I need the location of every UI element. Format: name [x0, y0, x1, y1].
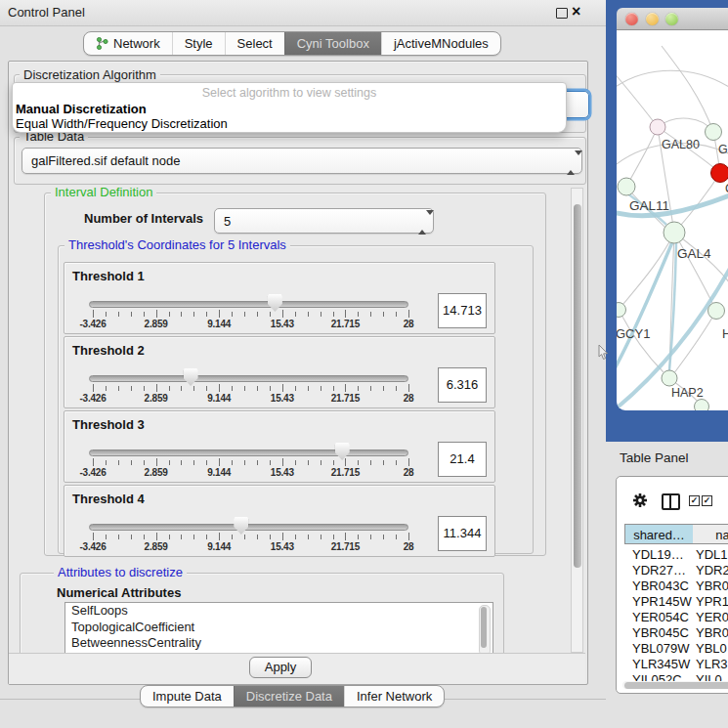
node-gcy1[interactable] [617, 303, 626, 318]
apply-button[interactable]: Apply [249, 657, 312, 678]
table-column-header-name[interactable]: na [693, 524, 728, 544]
network-canvas[interactable]: GAL80GACGAL11GAL4GCY1HHAP2 [617, 30, 728, 410]
major-tick [219, 533, 220, 540]
minor-tick [244, 460, 245, 465]
threshold-value-field[interactable]: 14.713 [438, 293, 487, 328]
settings-scroll-viewport: Interval Definition Number of Intervals … [14, 188, 570, 653]
table-row[interactable]: YPR145WYPR1 [624, 594, 728, 610]
table-row[interactable]: YBL079WYBL0 [624, 641, 728, 657]
tab-jactivemnodules[interactable]: jActiveMNodules [381, 32, 500, 55]
dropdown-item-equal-width[interactable]: Equal Width/Frequency Discretization [16, 116, 228, 131]
dropdown-placeholder-item[interactable]: Select algorithm to view settings [13, 86, 566, 100]
mac-close-button[interactable] [625, 13, 638, 25]
list-item[interactable]: SelfLoops [65, 603, 492, 620]
tab-select[interactable]: Select [225, 32, 284, 55]
network-icon [96, 37, 108, 50]
major-tick [219, 458, 220, 466]
cell-shared-name: YBL079W [632, 641, 690, 656]
major-tick [156, 310, 157, 318]
main-vertical-scrollbar[interactable] [571, 188, 583, 653]
node-gal80[interactable] [650, 119, 665, 135]
bottom-tab-infer-network[interactable]: Infer Network [344, 686, 444, 707]
threshold-value-field[interactable]: 6.316 [438, 367, 487, 403]
cell-name: YLR3 [696, 657, 728, 671]
table-row[interactable]: YBR043CYBR0 [624, 578, 728, 594]
table-row[interactable]: YLR345WYLR3 [624, 657, 728, 672]
list-item[interactable]: TopologicalCoefficient [65, 620, 492, 636]
minor-tick [169, 460, 170, 465]
slider-thumb[interactable] [234, 517, 248, 535]
checkbox-icon[interactable]: ✓ [702, 495, 712, 506]
slider-track[interactable] [89, 450, 408, 456]
node-label: GCY1 [617, 326, 650, 341]
list-scrollbar[interactable] [479, 605, 491, 653]
tick-label: 2.859 [145, 319, 168, 329]
tab-style[interactable]: Style [172, 32, 225, 55]
mac-minimize-button[interactable] [646, 13, 659, 25]
minor-tick [118, 312, 119, 317]
node-top-right[interactable] [706, 124, 722, 141]
float-window-icon[interactable] [556, 8, 568, 19]
dropdown-item-manual-discretization[interactable]: Manual Discretization [16, 102, 147, 116]
minor-tick [383, 386, 384, 391]
number-of-intervals-spinner[interactable]: 5 [214, 208, 434, 234]
node-bottom[interactable] [695, 400, 709, 411]
algorithm-group-title: Discretization Algorithm [20, 68, 160, 82]
table-column-header-shared[interactable]: shared… [624, 524, 694, 544]
minor-tick [308, 386, 309, 391]
slider-thumb[interactable] [268, 294, 282, 312]
minor-tick [358, 386, 359, 391]
table-row[interactable]: YDL19…YDL1 [624, 547, 728, 563]
mac-zoom-button[interactable] [665, 13, 678, 25]
slider-thumb[interactable] [184, 368, 198, 386]
slider-track[interactable] [89, 375, 408, 382]
threshold-panel-2: Threshold 2-3.4262.8599.14415.4321.71528… [64, 336, 495, 408]
checkbox-icon[interactable]: ✓ [689, 495, 700, 506]
spinner-arrows-icon[interactable] [418, 215, 426, 227]
mouse-cursor [598, 345, 609, 361]
major-tick [408, 533, 409, 540]
cell-name: YPR1 [696, 594, 728, 609]
tab-cyni-toolbox[interactable]: Cyni Toolbox [284, 32, 381, 55]
column-layout-icon[interactable] [662, 493, 680, 510]
tab-network[interactable]: Network [84, 32, 172, 55]
table-row[interactable]: YDR27…YDR2 [624, 563, 728, 578]
node-right[interactable] [708, 303, 725, 320]
attributes-group-title: Attributes to discretize [54, 566, 187, 579]
cell-name: YBR0 [696, 625, 728, 640]
network-window-titlebar [617, 8, 728, 30]
node-gal11[interactable] [618, 178, 635, 195]
bottom-tab-impute-data[interactable]: Impute Data [141, 686, 234, 707]
close-icon[interactable]: × [572, 2, 580, 21]
slider-track[interactable] [89, 301, 408, 308]
table-row[interactable]: YER054CYER0 [624, 610, 728, 625]
slider-track[interactable] [89, 524, 408, 531]
major-tick [156, 384, 157, 392]
spinner-arrows-icon[interactable] [567, 155, 575, 167]
bottom-tab-discretize-data[interactable]: Discretize Data [234, 686, 344, 707]
gear-icon[interactable] [632, 492, 648, 508]
table-data-combobox[interactable]: galFiltered.sif default node [21, 148, 582, 174]
threshold-value-field[interactable]: 21.4 [438, 442, 487, 477]
major-tick [282, 533, 283, 540]
network-graph: GAL80GACGAL11GAL4GCY1HHAP2 [617, 30, 728, 410]
minor-tick [206, 535, 207, 539]
cell-shared-name: YDR27… [632, 563, 686, 578]
node-label: GAL4 [677, 246, 711, 261]
major-tick [282, 310, 283, 318]
list-item[interactable]: BetweennessCentrality [65, 635, 492, 652]
slider-thumb[interactable] [335, 443, 350, 460]
threshold-value-field[interactable]: 11.344 [438, 516, 487, 551]
node-red-selected[interactable] [711, 164, 728, 183]
numerical-attributes-list[interactable]: SelfLoopsTopologicalCoefficientBetweenne… [64, 602, 493, 653]
minor-tick [396, 312, 397, 317]
minor-tick [181, 460, 182, 465]
minor-tick [193, 386, 194, 391]
minor-tick [169, 312, 170, 317]
table-horizontal-scrollbar[interactable] [622, 681, 728, 689]
node-hap2[interactable] [662, 370, 677, 386]
tick-label: 28 [404, 467, 414, 478]
table-data-selected-value: galFiltered.sif default node [31, 153, 180, 168]
table-row[interactable]: YBR045CYBR0 [624, 625, 728, 641]
node-gal4[interactable] [664, 222, 685, 243]
